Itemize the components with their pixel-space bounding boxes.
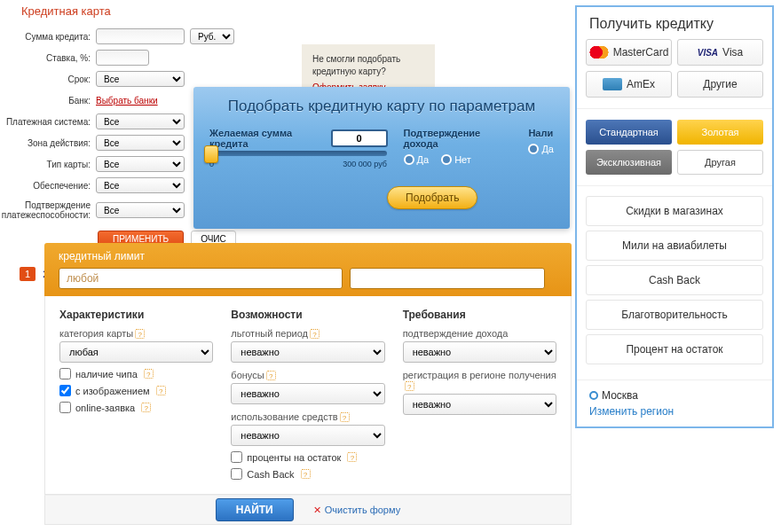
feature-discounts[interactable]: Скидки в магазинах bbox=[586, 196, 763, 226]
sidebar: Получить кредитку MasterCard VISAVisa Am… bbox=[575, 5, 774, 428]
help-icon[interactable]: ? bbox=[141, 403, 151, 412]
paysys-select[interactable]: Все bbox=[96, 113, 185, 129]
grace-label: льготный период bbox=[231, 328, 308, 339]
col-characteristics: Характеристики категория карты? любая на… bbox=[59, 309, 213, 485]
blue-title: Подобрать кредитную карту по параметрам bbox=[209, 98, 554, 115]
tier-other[interactable]: Другая bbox=[677, 150, 763, 175]
percent-checkbox[interactable] bbox=[231, 451, 242, 463]
term-label: Срок: bbox=[0, 74, 96, 84]
help-icon[interactable]: ? bbox=[266, 371, 276, 380]
mastercard-icon bbox=[589, 46, 609, 59]
amount-label: Сумма кредита: bbox=[0, 32, 96, 42]
cashback-checkbox[interactable] bbox=[231, 468, 242, 480]
form-title: Кредитная карта bbox=[0, 4, 364, 27]
filter-panel: кредитный лимит руб. Характеристики кате… bbox=[44, 243, 572, 525]
feature-interest[interactable]: Процент на остаток bbox=[586, 334, 763, 364]
limit-label: кредитный лимит bbox=[59, 250, 145, 262]
network-other[interactable]: Другие bbox=[677, 71, 763, 98]
feature-cashback[interactable]: Cash Back bbox=[586, 265, 763, 295]
blue-search-panel: Подобрать кредитную карту по параметрам … bbox=[193, 87, 570, 229]
cardtype-label: Тип карты: bbox=[0, 160, 96, 169]
help-icon[interactable]: ? bbox=[340, 412, 350, 422]
network-visa[interactable]: VISAVisa bbox=[677, 39, 763, 66]
help-icon[interactable]: ? bbox=[405, 381, 414, 391]
help-icon[interactable]: ? bbox=[301, 469, 311, 479]
network-mastercard[interactable]: MasterCard bbox=[586, 39, 672, 66]
cardtype-select[interactable]: Все bbox=[96, 156, 185, 172]
find-button[interactable]: НАЙТИ bbox=[216, 498, 294, 521]
visa-icon: VISA bbox=[698, 48, 718, 58]
grace-select[interactable]: неважно bbox=[231, 341, 384, 363]
confirmation-label: Подтверждение платежеспособности: bbox=[0, 200, 96, 220]
col1-title: Характеристики bbox=[59, 309, 213, 321]
zone-select[interactable]: Все bbox=[96, 135, 185, 151]
help-icon[interactable]: ? bbox=[135, 329, 145, 339]
filter-header: кредитный лимит руб. bbox=[44, 243, 572, 296]
help-icon[interactable]: ? bbox=[144, 369, 154, 379]
region-select[interactable]: неважно bbox=[403, 394, 556, 415]
region-label: регистрация в регионе получения bbox=[403, 370, 556, 380]
confirmation-select[interactable]: Все bbox=[96, 202, 185, 218]
scale-max: 300 000 руб bbox=[343, 160, 387, 168]
radio-yes-2[interactable]: Да bbox=[528, 144, 554, 154]
term-select[interactable]: Все bbox=[96, 71, 185, 87]
usage-label: использование средств bbox=[231, 411, 337, 422]
limit-input[interactable] bbox=[59, 268, 343, 289]
zone-label: Зона действия: bbox=[0, 138, 96, 148]
bonus-select[interactable]: неважно bbox=[231, 383, 384, 404]
currency-box[interactable]: руб. bbox=[350, 268, 545, 289]
radio-yes[interactable]: Да bbox=[404, 154, 430, 165]
usage-select[interactable]: неважно bbox=[231, 425, 384, 446]
chip-checkbox[interactable] bbox=[59, 368, 71, 379]
feature-charity[interactable]: Благотворительность bbox=[586, 300, 763, 330]
amount-label: Желаемая сумма кредита bbox=[209, 128, 322, 149]
income-label: подтверждение дохода bbox=[403, 328, 509, 339]
bank-label: Банк: bbox=[0, 96, 96, 106]
help-icon[interactable]: ? bbox=[310, 329, 320, 339]
tier-standard[interactable]: Стандартная bbox=[586, 120, 672, 145]
amount-input[interactable] bbox=[331, 129, 388, 147]
income-select[interactable]: неважно bbox=[403, 341, 556, 363]
radio-no[interactable]: Нет bbox=[441, 154, 471, 165]
col-capabilities: Возможности льготный период? неважно бон… bbox=[231, 309, 384, 485]
col3-title: Требования bbox=[403, 309, 556, 321]
category-select[interactable]: любая bbox=[59, 341, 213, 363]
help-icon[interactable]: ? bbox=[156, 386, 166, 395]
nali-label: Нали bbox=[528, 128, 554, 138]
network-amex[interactable]: AmEx bbox=[586, 71, 672, 98]
online-checkbox[interactable] bbox=[59, 402, 71, 413]
page-1[interactable]: 1 bbox=[20, 267, 36, 281]
help-text: Не смогли подобрать кредитную карту? bbox=[312, 54, 400, 76]
amount-input[interactable] bbox=[96, 28, 185, 44]
category-label: категория карты bbox=[59, 328, 133, 339]
sidebar-title: Получить кредитку bbox=[577, 7, 772, 39]
bonus-label: бонусы bbox=[231, 370, 264, 380]
amount-slider[interactable]: 0 300 000 руб bbox=[209, 151, 387, 168]
confirm-label: Подтверждение дохода bbox=[404, 128, 513, 149]
col2-title: Возможности bbox=[231, 309, 384, 321]
collateral-select[interactable]: Все bbox=[96, 177, 185, 193]
feature-miles[interactable]: Мили на авиабилеты bbox=[586, 231, 763, 261]
tier-exclusive[interactable]: Эксклюзивная bbox=[586, 150, 672, 175]
clear-form-link[interactable]: Очистить форму bbox=[313, 505, 400, 516]
help-icon[interactable]: ? bbox=[347, 452, 357, 462]
location-pin-icon bbox=[589, 391, 598, 400]
currency-select[interactable]: Руб. bbox=[190, 28, 234, 44]
amex-icon bbox=[603, 78, 622, 90]
slider-handle-icon[interactable] bbox=[204, 145, 218, 163]
change-region-link[interactable]: Изменить регион bbox=[589, 405, 760, 418]
rate-input[interactable] bbox=[96, 50, 149, 66]
collateral-label: Обеспечение: bbox=[0, 181, 96, 191]
region-name: Москва bbox=[602, 389, 638, 402]
choose-banks-link[interactable]: Выбрать банки bbox=[96, 96, 158, 106]
blue-submit-button[interactable]: Подобрать bbox=[387, 186, 477, 209]
paysys-label: Платежная система: bbox=[0, 117, 96, 127]
rate-label: Ставка, %: bbox=[0, 53, 96, 63]
col-requirements: Требования подтверждение дохода неважно … bbox=[403, 309, 556, 485]
image-checkbox[interactable] bbox=[59, 385, 71, 396]
tier-gold[interactable]: Золотая bbox=[677, 120, 763, 145]
